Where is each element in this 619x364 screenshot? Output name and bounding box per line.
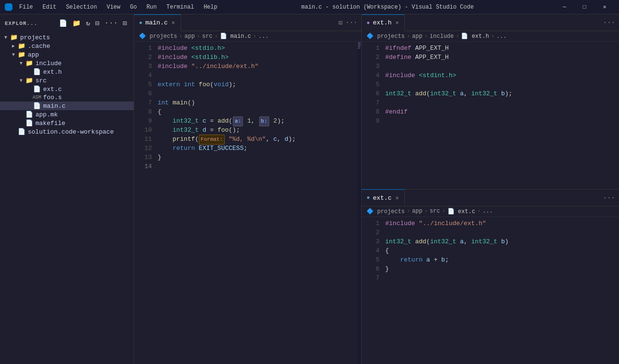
maximize-button[interactable]: □ [575,0,594,14]
tree-item-makefile[interactable]: 📄 makefile [0,119,134,127]
code-line-7: int main() [156,98,357,107]
tab-actions-right-top: ··· [599,19,619,26]
tree-label-src: src [35,77,46,84]
tree-item-mainc[interactable]: 📄 main.c [0,102,134,110]
tab-close-extc[interactable]: ✕ [394,194,400,202]
close-button[interactable]: ✕ [595,0,614,14]
file-icon-mainc: 📄 [33,102,41,110]
code-rh-4: #include <stdint.h> [383,71,619,80]
tree-item-foos[interactable]: ASM foo.s [0,93,134,102]
split-editor-button[interactable]: ⊡ [122,18,129,28]
tree-item-cache[interactable]: ▶ 📁 .cache [0,42,134,50]
bc-more[interactable]: ... [258,33,269,40]
tree-label-appmk: app.mk [35,111,58,118]
code-rc-5: return a + b; [383,255,619,264]
tab-icon-mainc: ● [139,20,142,26]
bc-rt-exth[interactable]: 📄 ext.h [461,33,489,40]
code-line-5: extern int foo(void); [156,80,357,89]
tree-item-app[interactable]: ▼ 📁 app [0,50,134,59]
code-rh-1: #ifndef APP_EXT_H [383,44,619,53]
code-rh-8: #endif [383,107,619,116]
tab-bar-right-bottom: ● ext.c ✕ ··· [362,190,619,206]
code-editor-left[interactable]: 1 2 3 4 5 6 7 8 9 10 11 12 13 14 [134,42,361,364]
menu-terminal[interactable]: Terminal [163,3,197,11]
tree-label-app: app [28,51,39,58]
tab-extc[interactable]: ● ext.c ✕ [362,189,405,206]
bc-app[interactable]: app [184,33,195,40]
tab-bar-left: ● main.c ✕ ⊡ ··· [134,14,361,31]
more-tabs-right-bottom-button[interactable]: ··· [603,194,615,202]
sidebar: EXPLOR... 📄 📁 ↻ ⊟ ··· ⊡ ▼ 📁 projects ▶ [0,14,134,364]
menu-file[interactable]: File [16,3,36,11]
code-line-3: #include "../include/ext.h" [156,62,357,71]
tree-arrow-src: ▼ [17,78,25,83]
tab-close-exth[interactable]: ✕ [394,19,400,27]
more-actions-button[interactable]: ··· [103,18,119,28]
tree-arrow-cache: ▶ [10,43,17,49]
folder-icon-app: 📁 [17,51,26,58]
split-editor-left-button[interactable]: ⊡ [338,19,342,27]
code-rh-6: int32_t add(int32_t a, int32_t b); [383,89,619,98]
bc-projects[interactable]: 🔷 projects [139,33,177,40]
tree-item-src[interactable]: ▼ 📁 src [0,76,134,85]
code-content-left: #include <stdio.h> #include <stdlib.h> #… [156,42,357,364]
refresh-button[interactable]: ↻ [84,18,92,28]
code-rc-6: } [383,264,619,273]
bc-src[interactable]: src [202,33,213,40]
bc-rt-include[interactable]: include [430,33,454,40]
tree-item-workspace[interactable]: 📄 solution.code-workspace [0,127,134,136]
tab-label-extc: ext.c [373,194,391,202]
file-icon-makefile: 📄 [25,119,34,127]
menu-selection[interactable]: Selection [63,3,100,11]
tree-label-extc: ext.c [43,86,62,93]
more-tabs-right-top-button[interactable]: ··· [603,19,615,26]
collapse-button[interactable]: ⊟ [94,18,101,28]
bc-rt-app[interactable]: app [412,33,423,40]
tree-item-projects[interactable]: ▼ 📁 projects [0,33,134,42]
code-line-9: int32_t c = add(a: 1, b: 2); [156,116,357,125]
tree-item-extc[interactable]: 📄 ext.c [0,85,134,93]
menu-edit[interactable]: Edit [40,3,59,11]
folder-icon-cache: 📁 [17,42,26,50]
line-numbers-right-top: 1 2 3 4 5 6 7 8 9 [362,42,383,189]
tab-label-exth: ext.h [373,19,391,26]
bc-rb-extc[interactable]: 📄 ext.c [447,208,475,215]
editors-container: ● main.c ✕ ⊡ ··· 🔷 projects › app › src [134,14,619,364]
bc-rb-more[interactable]: ... [482,208,493,215]
code-editor-right-top[interactable]: 1 2 3 4 5 6 7 8 9 #ifndef APP_EXT_H [362,42,619,189]
bc-rt-more[interactable]: ... [496,33,507,40]
tab-exth[interactable]: ● ext.h ✕ [362,14,405,31]
tree-item-exth[interactable]: 📄 ext.h [0,68,134,76]
code-rc-7 [383,273,619,283]
bc-mainc[interactable]: 📄 main.c [220,33,251,40]
code-line-10: int32_t d = foo(); [156,125,357,135]
folder-icon-src: 📁 [25,77,34,84]
code-line-8: { [156,107,357,116]
file-icon-extc: 📄 [33,85,41,93]
menu-run[interactable]: Run [144,3,160,11]
bc-rb-projects[interactable]: 🔷 projects [367,208,405,215]
code-rc-3: int32_t add(int32_t a, int32_t b) [383,237,619,246]
tree-item-include[interactable]: ▼ 📁 include [0,59,134,68]
menu-view[interactable]: View [103,3,123,11]
code-line-6 [156,89,357,98]
new-file-button[interactable]: 📄 [57,18,69,28]
minimize-button[interactable]: ─ [555,0,574,14]
menu-help[interactable]: Help [201,3,220,11]
titlebar-controls: ─ □ ✕ [555,0,614,14]
tab-mainc[interactable]: ● main.c ✕ [134,14,181,31]
code-line-1: #include <stdio.h> [156,44,357,53]
bc-rb-app[interactable]: app [412,208,423,215]
tab-close-mainc[interactable]: ✕ [171,19,176,27]
bc-rt-projects[interactable]: 🔷 projects [367,33,405,40]
new-folder-button[interactable]: 📁 [71,18,82,28]
tree-label-mainc: main.c [43,102,66,110]
code-editor-right-bottom[interactable]: 1 2 3 4 5 6 7 #include "../include/ext.h… [362,217,619,364]
tab-actions-left: ⊡ ··· [334,19,361,27]
bc-rb-src[interactable]: src [430,208,440,215]
tree-item-appmk[interactable]: 📄 app.mk [0,110,134,119]
file-icon-appmk: 📄 [25,111,34,118]
menu-go[interactable]: Go [127,3,139,11]
more-tabs-button[interactable]: ··· [345,19,357,27]
titlebar-title: main.c - solution (Workspace) - Visual S… [301,4,474,11]
